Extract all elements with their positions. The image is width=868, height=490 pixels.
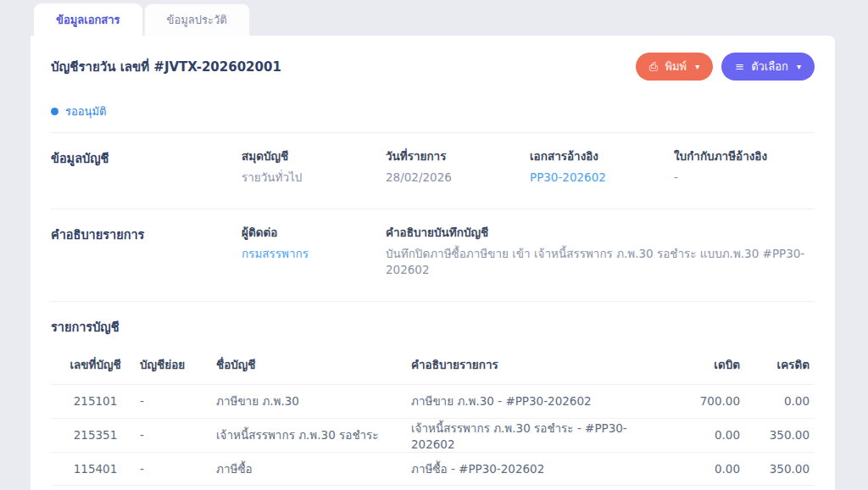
cell-sub-account: -	[140, 462, 216, 476]
field-reference-document: เอกสารอ้างอิง PP30-202602	[530, 147, 674, 187]
cell-credit: 350.00	[740, 428, 815, 442]
page: ข้อมูลเอกสาร ข้อมูลประวัติ บัญชีรายวัน เ…	[0, 0, 868, 490]
field-journal-book-label: สมุดบัญชี	[242, 147, 386, 165]
summary-section: สรุปข้อมูล รวม 700.00 700.00	[51, 486, 815, 490]
description-section: คำอธิบายรายการ ผู้ติดต่อ กรมสรรพากร คำอธ…	[51, 209, 815, 301]
field-entry-date-value: 28/02/2026	[386, 170, 530, 187]
cell-description: เจ้าหนี้สรรพากร ภ.พ.30 รอชำระ - #PP30-20…	[411, 419, 655, 451]
field-contact: ผู้ติดต่อ กรมสรรพากร	[242, 223, 386, 279]
description-fields: ผู้ติดต่อ กรมสรรพากร คำอธิบายบันทึกบัญชี…	[242, 223, 815, 279]
field-reference-document-label: เอกสารอ้างอิง	[530, 147, 674, 165]
chevron-down-icon: ▾	[695, 62, 699, 71]
cell-description: ภาษีขาย ภ.พ.30 - #PP30-202602	[411, 392, 655, 410]
field-journal-book-value: รายวันทั่วไป	[242, 170, 386, 187]
tab-document-info[interactable]: ข้อมูลเอกสาร	[34, 3, 142, 36]
table-header-row: เลขที่บัญชี บัญชีย่อย ชื่อบัญชี คำอธิบาย…	[51, 348, 815, 384]
header-actions: ⎙ พิมพ์ ▾ ≡ ตัวเลือก ▾	[636, 53, 815, 81]
cell-account-no: 215101	[51, 394, 140, 408]
field-tax-invoice-ref: ใบกำกับภาษีอ้างอิง -	[674, 147, 815, 187]
cell-debit: 0.00	[655, 462, 740, 476]
cell-debit: 700.00	[655, 394, 740, 408]
table-row: 215101 - ภาษีขาย ภ.พ.30 ภาษีขาย ภ.พ.30 -…	[51, 384, 815, 418]
entries-section-title: รายการบัญชี	[51, 317, 815, 337]
account-info-section: ข้อมูลบัญชี สมุดบัญชี รายวันทั่วไป วันที…	[51, 133, 815, 209]
field-entry-note-value: บันทึกปิดภาษีซื้อภาษีขาย เข้า เจ้าหนี้สร…	[386, 246, 815, 279]
tab-document-info-label: ข้อมูลเอกสาร	[56, 11, 120, 29]
print-button[interactable]: ⎙ พิมพ์ ▾	[636, 53, 713, 81]
options-button-label: ตัวเลือก	[751, 58, 788, 75]
tab-history-label: ข้อมูลประวัติ	[167, 11, 227, 29]
print-button-label: พิมพ์	[665, 58, 687, 75]
printer-icon: ⎙	[649, 61, 658, 72]
contact-link[interactable]: กรมสรรพากร	[242, 246, 386, 263]
column-header-account-no: เลขที่บัญชี	[51, 355, 140, 374]
column-header-description: คำอธิบายรายการ	[411, 355, 655, 374]
tab-bar: ข้อมูลเอกสาร ข้อมูลประวัติ	[34, 3, 250, 36]
field-contact-label: ผู้ติดต่อ	[242, 223, 386, 242]
field-tax-invoice-ref-value: -	[674, 170, 815, 187]
cell-account-name: ภาษีขาย ภ.พ.30	[216, 392, 411, 410]
list-icon: ≡	[735, 61, 744, 72]
cell-account-name: ภาษีซื้อ	[216, 459, 411, 478]
account-info-fields: สมุดบัญชี รายวันทั่วไป วันที่รายการ 28/0…	[242, 147, 815, 187]
account-info-title: ข้อมูลบัญชี	[51, 147, 242, 187]
field-entry-date: วันที่รายการ 28/02/2026	[386, 147, 530, 187]
field-entry-date-label: วันที่รายการ	[386, 147, 530, 165]
document-card: บัญชีรายวัน เลขที่ #JVTX-202602001 ⎙ พิม…	[31, 36, 835, 490]
status-dot-icon	[51, 108, 58, 115]
card-header: บัญชีรายวัน เลขที่ #JVTX-202602001 ⎙ พิม…	[51, 36, 815, 81]
entries-section: รายการบัญชี เลขที่บัญชี บัญชีย่อย ชื่อบั…	[51, 302, 815, 486]
field-tax-invoice-ref-label: ใบกำกับภาษีอ้างอิง	[674, 147, 815, 165]
cell-credit: 0.00	[740, 394, 815, 408]
column-header-debit: เดบิต	[655, 355, 740, 374]
field-entry-note: คำอธิบายบันทึกบัญชี บันทึกปิดภาษีซื้อภาษ…	[386, 223, 815, 279]
column-header-credit: เครดิต	[740, 355, 815, 374]
cell-sub-account: -	[140, 428, 216, 442]
cell-debit: 0.00	[655, 428, 740, 442]
cell-credit: 350.00	[740, 462, 815, 476]
description-section-title: คำอธิบายรายการ	[51, 223, 242, 279]
column-header-sub-account: บัญชีย่อย	[140, 355, 216, 374]
cell-sub-account: -	[140, 394, 216, 408]
page-title: บัญชีรายวัน เลขที่ #JVTX-202602001	[51, 57, 281, 77]
table-row: 115401 - ภาษีซื้อ ภาษีซื้อ - #PP30-20260…	[51, 452, 815, 486]
column-header-account-name: ชื่อบัญชี	[216, 355, 411, 374]
tab-history[interactable]: ข้อมูลประวัติ	[144, 3, 250, 36]
cell-account-no: 215351	[51, 428, 140, 442]
options-button[interactable]: ≡ ตัวเลือก ▾	[721, 53, 815, 81]
table-row: 215351 - เจ้าหนี้สรรพากร ภ.พ.30 รอชำระ เ…	[51, 418, 815, 452]
field-journal-book: สมุดบัญชี รายวันทั่วไป	[242, 147, 386, 187]
status-label: รออนุมัติ	[65, 103, 107, 120]
cell-description: ภาษีซื้อ - #PP30-202602	[411, 459, 655, 478]
status-badge: รออนุมัติ	[51, 103, 815, 120]
cell-account-name: เจ้าหนี้สรรพากร ภ.พ.30 รอชำระ	[216, 426, 411, 444]
chevron-down-icon: ▾	[797, 62, 801, 71]
field-entry-note-label: คำอธิบายบันทึกบัญชี	[386, 223, 815, 242]
reference-document-link[interactable]: PP30-202602	[530, 170, 674, 187]
cell-account-no: 115401	[51, 462, 140, 476]
